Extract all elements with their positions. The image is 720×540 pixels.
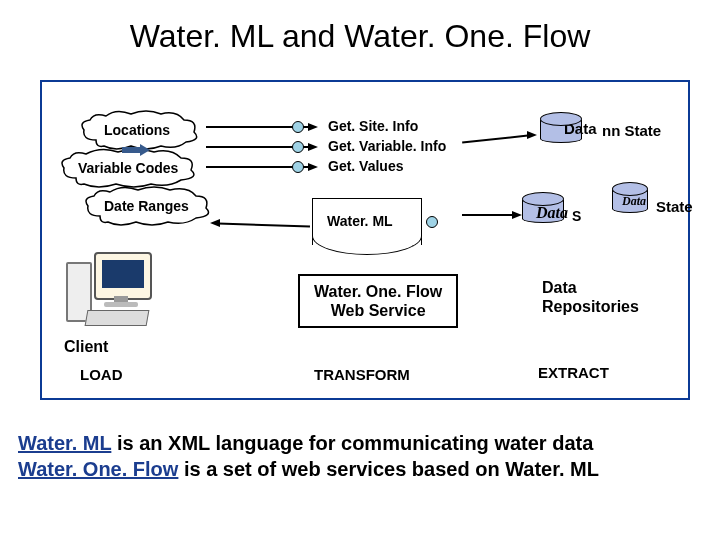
computer-icon <box>66 252 156 332</box>
data-cyl-3-suffix: State <box>656 198 693 215</box>
footer-text: Water. ML is an XML language for communi… <box>18 430 599 482</box>
extract-label: EXTRACT <box>538 364 609 381</box>
cloud-date-ranges: Date Ranges <box>80 186 220 228</box>
connector-dot <box>292 121 304 133</box>
arrow-cloud-icon <box>122 144 150 156</box>
arrow-to-repo1 <box>462 135 528 144</box>
transform-label: TRANSFORM <box>314 366 410 383</box>
ws-method-getsiteinfo: Get. Site. Info <box>328 118 446 138</box>
diagram-frame: Locations Variable Codes Date Ranges Cli… <box>40 80 690 400</box>
footer-line2b: is a set of web services based on Water.… <box>178 458 599 480</box>
page-title: Water. ML and Water. One. Flow <box>0 18 720 55</box>
service-box-line1: Water. One. Flow <box>314 282 442 301</box>
cloud-locations-label: Locations <box>104 122 170 138</box>
wateroneflow-service-box: Water. One. Flow Web Service <box>298 274 458 328</box>
data-cyl-2-suffix: S <box>572 208 581 224</box>
arrow-to-repo2 <box>462 214 512 216</box>
connector-dot <box>292 141 304 153</box>
ws-method-list: Get. Site. Info Get. Variable. Info Get.… <box>328 118 446 178</box>
load-label: LOAD <box>80 366 123 383</box>
ws-method-getvariableinfo: Get. Variable. Info <box>328 138 446 158</box>
waterml-doc: Water. ML <box>312 198 422 245</box>
footer-line1b: is an XML language for communicating wat… <box>111 432 593 454</box>
cloud-variable-codes-label: Variable Codes <box>78 160 178 176</box>
data-cyl-1-suffix: nn State <box>602 122 661 139</box>
data-repositories-label: Data Repositories <box>542 278 639 316</box>
arrow-waterml-return <box>218 222 310 227</box>
connector-dot <box>426 216 438 228</box>
data-cyl-2-label: Data <box>536 204 568 222</box>
footer-waterml: Water. ML <box>18 432 111 454</box>
cloud-date-ranges-label: Date Ranges <box>104 198 189 214</box>
service-box-line2: Web Service <box>314 301 442 320</box>
ws-method-getvalues: Get. Values <box>328 158 446 178</box>
data-cyl-3-label: Data <box>622 194 646 209</box>
waterml-doc-label: Water. ML <box>327 213 393 229</box>
connector-dot <box>292 161 304 173</box>
client-label: Client <box>64 338 108 356</box>
footer-wateroneflow: Water. One. Flow <box>18 458 178 480</box>
